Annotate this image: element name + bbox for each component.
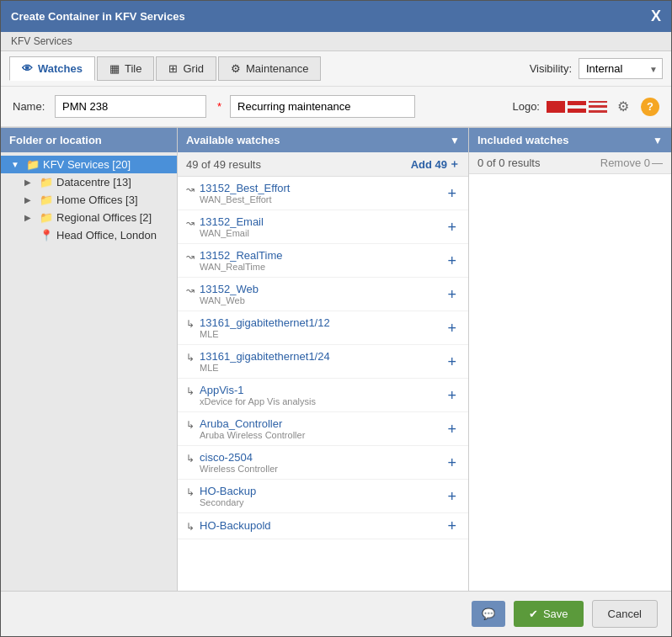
watch-add-button[interactable]: +	[444, 321, 460, 336]
three-panel: Folder or location ▼ 📁 KFV Services [20]…	[1, 127, 671, 591]
watch-item[interactable]: ↳ AppVis-1 xDevice for App Vis analysis …	[178, 379, 468, 412]
available-subheader: 49 of 49 results Add 49 ＋	[178, 152, 468, 177]
watch-secondary-name: MLE	[200, 363, 330, 373]
tree-item-home-offices[interactable]: ▶ 📁 Home Offices [3]	[1, 191, 177, 209]
tree-container: ▼ 📁 KFV Services [20] ▶ 📁 Datacentre [13…	[1, 152, 177, 591]
watch-names: 13152_RealTime WAN_RealTime	[200, 249, 283, 272]
included-scroll-area[interactable]	[469, 174, 671, 591]
tree-item-head-office[interactable]: 📍 Head Office, London	[1, 226, 177, 244]
visibility-select[interactable]: Internal External Private	[579, 58, 663, 79]
watch-type-icon: ↳	[186, 521, 195, 533]
maintenance-icon: ⚙	[231, 62, 241, 75]
watch-item[interactable]: ↳ HO-Backupold +	[178, 513, 468, 539]
head-location-icon: 📍	[40, 229, 53, 242]
kfv-label: KFV Services [20]	[43, 158, 131, 171]
cancel-button[interactable]: Cancel	[592, 600, 658, 628]
watch-add-button[interactable]: +	[444, 287, 460, 302]
tree-item-kfv[interactable]: ▼ 📁 KFV Services [20]	[1, 156, 177, 173]
name-label: Name:	[13, 100, 46, 113]
save-button[interactable]: ✔ Save	[514, 601, 584, 627]
watch-add-button[interactable]: +	[444, 518, 460, 533]
watch-item[interactable]: ↳ Aruba_Controller Aruba Wireless Contro…	[178, 412, 468, 446]
watch-item[interactable]: ↳ 13161_gigabitethernet1/24 MLE +	[178, 345, 468, 379]
tab-grid-label: Grid	[183, 62, 204, 75]
regional-folder-icon: 📁	[40, 211, 53, 224]
watch-primary-name: AppVis-1	[200, 384, 316, 396]
home-folder-icon: 📁	[40, 194, 53, 206]
tab-tile-label: Tile	[125, 62, 141, 75]
chat-button[interactable]: 💬	[472, 601, 505, 627]
included-panel: Included watches ▼ 0 of 0 results Remove…	[469, 128, 671, 591]
watch-item[interactable]: ↳ HO-Backup Secondary +	[178, 480, 468, 513]
flag-striped	[568, 101, 586, 113]
watch-item-left: ↳ 13161_gigabitethernet1/12 MLE	[186, 316, 444, 339]
tab-maintenance[interactable]: ⚙ Maintenance	[218, 56, 321, 81]
available-panel-dropdown-icon[interactable]: ▼	[450, 135, 460, 146]
kfv-folder-icon: 📁	[26, 158, 40, 171]
watch-item[interactable]: ↳ 13161_gigabitethernet1/12 MLE +	[178, 311, 468, 345]
watch-names: HO-Backup Secondary	[200, 485, 256, 507]
watch-item-left: ↳ Aruba_Controller Aruba Wireless Contro…	[186, 417, 444, 440]
watch-secondary-name: Aruba Wireless Controller	[200, 430, 305, 440]
watch-item[interactable]: ↝ 13152_Email WAN_Email +	[178, 210, 468, 244]
remove-all-dash-icon: —	[652, 157, 663, 169]
description-input[interactable]	[230, 95, 415, 118]
watch-type-icon: ↳	[186, 419, 195, 431]
included-panel-dropdown-icon[interactable]: ▼	[653, 135, 663, 146]
tree-item-datacentre[interactable]: ▶ 📁 Datacentre [13]	[1, 173, 177, 191]
watch-add-button[interactable]: +	[444, 455, 460, 470]
watch-names: 13152_Best_Effort WAN_Best_Effort	[200, 182, 290, 204]
save-label: Save	[543, 608, 568, 620]
watch-primary-name: Aruba_Controller	[200, 417, 305, 430]
watch-list: ↝ 13152_Best_Effort WAN_Best_Effort + ↝	[178, 177, 468, 539]
watch-primary-name: 13161_gigabitethernet1/24	[200, 350, 330, 363]
watch-type-icon: ↝	[186, 284, 195, 296]
watch-item[interactable]: ↝ 13152_RealTime WAN_RealTime +	[178, 244, 468, 278]
watch-primary-name: cisco-2504	[200, 451, 278, 464]
watch-type-icon: ↝	[186, 251, 195, 263]
watch-primary-name: 13152_RealTime	[200, 249, 283, 262]
tree-item-regional[interactable]: ▶ 📁 Regional Offices [2]	[1, 209, 177, 226]
watch-primary-name: HO-Backupold	[200, 519, 271, 532]
visibility-group: Visibility: Internal External Private	[530, 58, 663, 79]
watch-add-button[interactable]: +	[444, 354, 460, 369]
available-results-count: 49 of 49 results	[186, 158, 261, 171]
folder-panel: Folder or location ▼ 📁 KFV Services [20]…	[1, 128, 178, 591]
watch-add-button[interactable]: +	[444, 253, 460, 268]
tab-grid[interactable]: ⊞ Grid	[156, 56, 216, 81]
available-scroll-area[interactable]: ↝ 13152_Best_Effort WAN_Best_Effort + ↝	[178, 177, 468, 591]
watch-names: cisco-2504 Wireless Controller	[200, 451, 278, 474]
remove-all-button[interactable]: Remove 0 —	[600, 157, 663, 169]
watch-item-left: ↳ cisco-2504 Wireless Controller	[186, 451, 444, 474]
regional-label: Regional Offices [2]	[56, 211, 152, 224]
help-icon[interactable]: ?	[641, 98, 659, 116]
watch-names: 13152_Web WAN_Web	[200, 283, 259, 305]
folder-panel-title: Folder or location	[9, 134, 102, 146]
tab-tile[interactable]: ▦ Tile	[97, 56, 154, 81]
head-label: Head Office, London	[56, 229, 157, 242]
dialog-footer: 💬 ✔ Save Cancel	[1, 591, 671, 636]
watch-item[interactable]: ↝ 13152_Best_Effort WAN_Best_Effort +	[178, 177, 468, 210]
grid-icon: ⊞	[168, 62, 178, 75]
watch-item[interactable]: ↳ cisco-2504 Wireless Controller +	[178, 446, 468, 480]
name-input[interactable]	[55, 95, 206, 118]
watch-add-button[interactable]: +	[444, 422, 460, 437]
watch-add-button[interactable]: +	[444, 186, 460, 201]
available-panel: Available watches ▼ 49 of 49 results Add…	[178, 128, 469, 591]
watch-type-icon: ↝	[186, 217, 195, 229]
watch-item[interactable]: ↝ 13152_Web WAN_Web +	[178, 278, 468, 311]
datacentre-folder-icon: 📁	[40, 176, 53, 188]
watch-add-button[interactable]: +	[444, 220, 460, 235]
watch-add-button[interactable]: +	[444, 388, 460, 403]
watch-names: HO-Backupold	[200, 519, 271, 532]
add-all-button[interactable]: Add 49 ＋	[411, 157, 460, 172]
name-row: Name: * Logo: ⚙ ?	[1, 87, 671, 127]
tab-watches[interactable]: 👁 Watches	[9, 56, 95, 81]
logo-gear-icon[interactable]: ⚙	[617, 98, 629, 114]
dialog-titlebar: Create Container in KFV Services X	[1, 1, 671, 32]
watch-secondary-name: WAN_Best_Effort	[200, 194, 290, 204]
included-subheader: 0 of 0 results Remove 0 —	[469, 152, 671, 174]
logo-section: Logo: ⚙	[512, 98, 629, 114]
dialog-close-button[interactable]: X	[651, 8, 661, 25]
watch-add-button[interactable]: +	[444, 489, 460, 504]
